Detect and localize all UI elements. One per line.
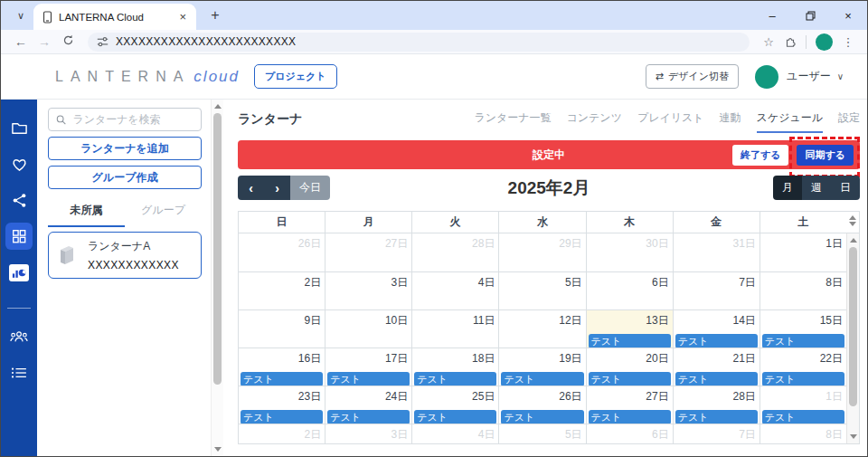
calendar-day-cell[interactable]: 9日 bbox=[239, 310, 325, 348]
calendar-day-cell[interactable]: 24日テスト bbox=[325, 386, 411, 424]
calendar-day-cell[interactable]: 8日 bbox=[760, 272, 846, 309]
end-button[interactable]: 終了する bbox=[732, 145, 789, 166]
calendar-day-cell[interactable]: 12日 bbox=[498, 310, 585, 348]
calendar-event[interactable]: テスト bbox=[241, 410, 323, 424]
calendar-event[interactable]: テスト bbox=[589, 334, 671, 348]
calendar-event[interactable]: テスト bbox=[675, 372, 758, 386]
calendar-day-cell[interactable]: 27日テスト bbox=[586, 386, 673, 424]
scrollbar-thumb[interactable] bbox=[213, 113, 222, 385]
calendar-day-cell[interactable]: 28日 bbox=[411, 233, 498, 271]
browser-profile-avatar[interactable] bbox=[816, 33, 833, 51]
calendar-day-cell[interactable]: 15日テスト bbox=[760, 310, 846, 348]
browser-tab[interactable]: LANTERNA Cloud × bbox=[33, 4, 196, 30]
view-button[interactable]: 日 bbox=[831, 176, 860, 200]
device-card[interactable]: ランターナA XXXXXXXXXXXX bbox=[48, 232, 202, 279]
forward-icon[interactable]: → bbox=[33, 34, 55, 49]
scroll-down-arrow[interactable] bbox=[214, 447, 222, 452]
calendar-event[interactable]: テスト bbox=[501, 410, 583, 424]
overflow-menu-icon[interactable]: ⋮ bbox=[838, 35, 858, 49]
reload-icon[interactable] bbox=[57, 34, 79, 49]
calendar-day-cell[interactable]: 22日テスト bbox=[760, 348, 846, 386]
chevron-down-icon[interactable]: ∨ bbox=[837, 71, 844, 81]
device-search[interactable] bbox=[48, 108, 202, 131]
calendar-event[interactable]: テスト bbox=[762, 372, 844, 386]
sidebar-item-users[interactable] bbox=[5, 323, 33, 350]
calendar-day-cell[interactable]: 23日テスト bbox=[239, 386, 325, 424]
calendar-day-cell[interactable]: 29日 bbox=[498, 233, 585, 271]
calendar-day-cell[interactable]: 5日 bbox=[498, 424, 585, 444]
user-menu-label[interactable]: ユーザー bbox=[787, 69, 831, 84]
panel-tab[interactable]: 未所属 bbox=[48, 203, 125, 227]
sidebar-item-folder[interactable] bbox=[5, 114, 33, 141]
calendar-day-cell[interactable]: 1日テスト bbox=[760, 386, 846, 424]
view-button[interactable]: 月 bbox=[773, 176, 802, 200]
panel-tab[interactable]: グループ bbox=[125, 203, 202, 227]
sidebar-item-list[interactable] bbox=[5, 359, 33, 386]
address-bar[interactable]: XXXXXXXXXXXXXXXXXXXXXXXX bbox=[88, 33, 750, 52]
calendar-event[interactable]: テスト bbox=[414, 372, 496, 386]
calendar-day-cell[interactable]: 10日 bbox=[325, 310, 411, 348]
extensions-icon[interactable] bbox=[780, 35, 800, 48]
calendar-day-cell[interactable]: 18日テスト bbox=[411, 348, 498, 386]
design-switch-button[interactable]: ⇄ デザイン切替 bbox=[646, 64, 739, 89]
user-avatar[interactable] bbox=[755, 65, 778, 89]
minimize-icon[interactable]: – bbox=[753, 1, 791, 30]
sidebar-item-lanterna[interactable] bbox=[5, 223, 33, 250]
calendar-event[interactable]: テスト bbox=[589, 372, 671, 386]
project-button[interactable]: プロジェクト bbox=[254, 64, 337, 89]
calendar-event[interactable]: テスト bbox=[327, 410, 410, 424]
bookmark-star-icon[interactable]: ☆ bbox=[759, 35, 778, 49]
scroll-up-arrow[interactable] bbox=[214, 104, 222, 109]
sidebar-item-favorites[interactable] bbox=[5, 150, 33, 177]
calendar-event[interactable]: テスト bbox=[675, 410, 758, 424]
calendar-day-cell[interactable]: 8日 bbox=[760, 424, 846, 444]
calendar-event[interactable]: テスト bbox=[414, 410, 496, 424]
calendar-day-cell[interactable]: 27日 bbox=[325, 233, 411, 271]
create-group-button[interactable]: グループ作成 bbox=[48, 166, 202, 189]
main-tab[interactable]: プレイリスト bbox=[637, 110, 704, 133]
calendar-day-cell[interactable]: 17日テスト bbox=[325, 348, 411, 386]
tab-close-icon[interactable]: × bbox=[176, 10, 189, 24]
calendar-day-cell[interactable]: 4日 bbox=[411, 272, 498, 309]
calendar-day-cell[interactable]: 5日 bbox=[498, 272, 585, 309]
calendar-event[interactable]: テスト bbox=[501, 372, 583, 386]
calendar-day-cell[interactable]: 30日 bbox=[586, 233, 673, 271]
tab-search-chevron-icon[interactable]: ∨ bbox=[8, 3, 33, 28]
main-tab[interactable]: 設定 bbox=[838, 110, 860, 133]
restore-icon[interactable] bbox=[791, 1, 829, 30]
sync-button[interactable]: 同期する bbox=[797, 145, 854, 166]
calendar-event[interactable]: テスト bbox=[762, 410, 844, 424]
search-input[interactable] bbox=[72, 113, 193, 126]
calendar-day-cell[interactable]: 31日 bbox=[673, 233, 760, 271]
calendar-day-cell[interactable]: 16日テスト bbox=[239, 348, 325, 386]
calendar-day-cell[interactable]: 3日 bbox=[325, 424, 411, 444]
calendar-day-cell[interactable]: 19日テスト bbox=[498, 348, 585, 386]
calendar-day-cell[interactable]: 28日テスト bbox=[673, 386, 760, 424]
main-tab[interactable]: コンテンツ bbox=[567, 110, 622, 133]
new-tab-icon[interactable]: + bbox=[203, 4, 227, 27]
calendar-event[interactable]: テスト bbox=[327, 372, 410, 386]
calendar-day-cell[interactable]: 1日 bbox=[760, 233, 846, 271]
back-icon[interactable]: ← bbox=[10, 34, 32, 49]
view-button[interactable]: 週 bbox=[802, 176, 831, 200]
calendar-day-cell[interactable]: 4日 bbox=[411, 424, 498, 444]
calendar-day-cell[interactable]: 25日テスト bbox=[411, 386, 498, 424]
page-scrollbar[interactable] bbox=[211, 100, 223, 456]
calendar-day-cell[interactable]: 11日 bbox=[411, 310, 498, 348]
main-tab[interactable]: 連動 bbox=[720, 110, 741, 133]
calendar-day-cell[interactable]: 14日テスト bbox=[673, 310, 760, 348]
calendar-day-cell[interactable]: 21日テスト bbox=[673, 348, 760, 386]
main-tab[interactable]: スケジュール bbox=[757, 110, 823, 133]
calendar-day-cell[interactable]: 6日 bbox=[586, 424, 673, 444]
calendar-event[interactable]: テスト bbox=[762, 334, 844, 348]
calendar-day-cell[interactable]: 20日テスト bbox=[586, 348, 673, 386]
close-window-icon[interactable]: × bbox=[829, 1, 867, 30]
calendar-day-cell[interactable]: 7日 bbox=[673, 272, 760, 309]
calendar-day-cell[interactable]: 2日 bbox=[239, 424, 325, 444]
calendar-scrollbar-thumb[interactable] bbox=[849, 247, 857, 406]
calendar-scroll-down-arrow[interactable] bbox=[850, 434, 857, 439]
add-lanterna-button[interactable]: ランターナを追加 bbox=[48, 137, 202, 160]
calendar-scrollbar[interactable] bbox=[846, 233, 859, 443]
calendar-day-cell[interactable]: 2日 bbox=[239, 272, 325, 309]
url-text[interactable]: XXXXXXXXXXXXXXXXXXXXXXXX bbox=[116, 35, 296, 48]
